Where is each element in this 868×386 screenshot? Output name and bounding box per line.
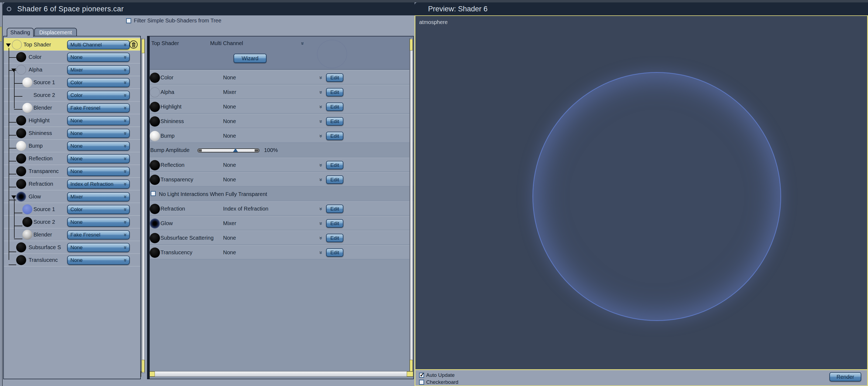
top-shader-type[interactable]: Multi Channel [210, 40, 243, 47]
shader-type-dropdown[interactable]: Mixer» [67, 192, 130, 201]
tree-row[interactable]: GlowMixer» [4, 190, 140, 203]
no-light-interactions-checkbox[interactable] [151, 191, 156, 196]
shader-type-dropdown[interactable]: None» [67, 154, 130, 163]
chevron-down-icon[interactable]: » [318, 164, 324, 167]
tree-row[interactable]: AlphaMixer» [4, 63, 140, 76]
chevron-down-icon[interactable]: » [300, 42, 306, 45]
chevron-down-icon[interactable]: » [318, 251, 324, 254]
tree-row[interactable]: Subsurface SNone» [4, 241, 140, 254]
chevron-down-icon[interactable]: » [318, 105, 324, 108]
shader-type-dropdown[interactable]: None» [67, 53, 130, 62]
tree-row[interactable]: BlenderFake Fresnel» [4, 228, 140, 241]
edit-button[interactable]: Edit [326, 248, 343, 257]
black-sphere-icon [150, 204, 160, 214]
auto-update-checkbox[interactable] [419, 373, 424, 378]
trash-icon[interactable] [129, 40, 137, 49]
shader-window-titlebar[interactable]: Shader 6 of Space pioneers.car [3, 2, 414, 16]
shader-type-dropdown[interactable]: Fake Fresnel» [67, 103, 130, 113]
tree-vertical-scrollbar[interactable] [141, 38, 145, 373]
tree-row[interactable]: TransparencNone» [4, 165, 140, 178]
shader-type-dropdown[interactable]: Color» [67, 91, 130, 100]
edit-button[interactable]: Edit [326, 117, 343, 125]
slider-label: Bump Amplitude [150, 147, 190, 153]
slider-thumb[interactable] [233, 148, 238, 152]
edit-button[interactable]: Edit [326, 132, 343, 140]
tree-row[interactable]: BumpNone» [4, 140, 140, 152]
tree-row[interactable]: BlenderFake Fresnel» [4, 101, 140, 114]
channels-vertical-scrollbar[interactable] [409, 38, 413, 373]
chevron-down-icon[interactable]: » [318, 135, 324, 138]
shader-type-dropdown[interactable]: Color» [67, 205, 130, 214]
shader-type-dropdown[interactable]: Mixer» [67, 65, 130, 75]
tree-row[interactable]: ReflectionNone» [4, 152, 140, 165]
channel-type-value[interactable]: None [223, 118, 236, 124]
channel-type-value[interactable]: Mixer [223, 220, 236, 227]
shader-type-dropdown[interactable]: Color» [67, 78, 130, 87]
edit-button[interactable]: Edit [326, 219, 343, 228]
tree-vertical-scroll-thumb[interactable] [142, 39, 145, 53]
chevron-down-icon[interactable]: » [318, 120, 324, 123]
tree-row[interactable]: RefractionIndex of Refraction» [4, 178, 140, 190]
channel-type-value[interactable]: Index of Refraction [223, 206, 268, 212]
shader-type-dropdown[interactable]: Multi Channel» [67, 40, 130, 50]
tree-row[interactable]: TranslucencNone» [4, 254, 140, 266]
shader-type-dropdown[interactable]: None» [67, 167, 130, 176]
tree-row[interactable]: Source 1Color» [4, 76, 140, 89]
shader-type-dropdown[interactable]: None» [67, 129, 130, 138]
chevron-down-icon[interactable]: » [318, 222, 324, 225]
channel-type-value[interactable]: None [223, 235, 236, 241]
channel-type-value[interactable]: None [223, 162, 236, 168]
channel-type-value[interactable]: Mixer [223, 89, 236, 95]
shader-type-dropdown[interactable]: Fake Fresnel» [67, 230, 130, 239]
bump-amplitude-slider[interactable] [197, 148, 259, 152]
filter-subshaders-checkbox[interactable] [126, 18, 131, 23]
channel-type-value[interactable]: None [223, 103, 236, 110]
chevron-down-icon[interactable]: » [318, 91, 324, 94]
background-window-edge [0, 2, 3, 386]
chevron-down-icon[interactable]: » [318, 207, 324, 210]
edit-button[interactable]: Edit [326, 175, 343, 184]
expander-triangle-icon[interactable] [11, 196, 16, 199]
preview-viewport[interactable]: atmosphere [414, 16, 868, 369]
preview-titlebar[interactable]: Preview: Shader 6 [414, 2, 868, 16]
channel-type-value[interactable]: None [223, 133, 236, 139]
channels-horizontal-scrollbar[interactable] [148, 371, 413, 377]
chevron-down-icon[interactable]: » [318, 236, 324, 239]
channels-vertical-scroll-cap[interactable] [410, 360, 413, 372]
edit-button[interactable]: Edit [326, 234, 343, 242]
shader-type-dropdown[interactable]: None» [67, 217, 130, 227]
channel-type-value[interactable]: None [223, 177, 236, 183]
render-button[interactable]: Render [830, 372, 861, 381]
tree-row[interactable]: ColorNone» [4, 51, 140, 63]
tree-row[interactable]: HighlightNone» [4, 114, 140, 127]
channel-type-value[interactable]: None [223, 249, 236, 256]
tree-row[interactable]: ShininessNone» [4, 127, 140, 140]
tree-row[interactable]: Top ShaderMulti Channel» [4, 38, 140, 51]
tree-connector-stub [9, 251, 16, 252]
tree-row[interactable]: Source 1Color» [4, 203, 140, 216]
tab-displacement[interactable]: Displacement [34, 28, 77, 37]
chevron-down-icon[interactable]: » [318, 76, 324, 79]
channels-vertical-scroll-thumb[interactable] [410, 39, 413, 51]
window-control-icon[interactable] [7, 7, 11, 11]
channels-h-scroll-cap-right[interactable] [407, 372, 413, 377]
checkerboard-checkbox[interactable] [419, 380, 424, 385]
shader-type-dropdown[interactable]: None» [67, 256, 130, 265]
tree-vertical-scroll-cap[interactable] [142, 360, 145, 372]
shader-type-dropdown[interactable]: None» [67, 116, 130, 125]
channel-type-value[interactable]: None [223, 75, 236, 81]
chevron-down-icon[interactable]: » [318, 178, 324, 181]
edit-button[interactable]: Edit [326, 73, 343, 82]
tree-row[interactable]: Source 2Color» [4, 89, 140, 101]
wizard-button[interactable]: Wizard [234, 54, 267, 63]
tab-shading[interactable]: Shading [7, 28, 34, 37]
edit-button[interactable]: Edit [326, 161, 343, 169]
edit-button[interactable]: Edit [326, 88, 343, 96]
tree-row[interactable]: Source 2None» [4, 216, 140, 228]
edit-button[interactable]: Edit [326, 102, 343, 111]
edit-button[interactable]: Edit [326, 205, 343, 213]
shader-type-dropdown[interactable]: None» [67, 243, 130, 252]
shader-type-dropdown[interactable]: None» [67, 142, 130, 151]
expander-triangle-icon[interactable] [6, 43, 11, 47]
shader-type-dropdown[interactable]: Index of Refraction» [67, 179, 130, 189]
